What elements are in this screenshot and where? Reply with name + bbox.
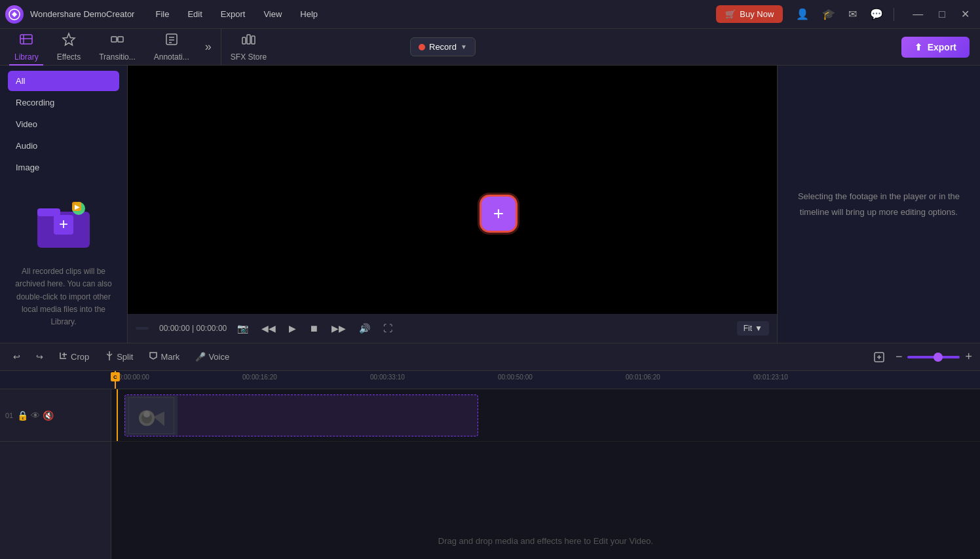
zoom-out-button[interactable]: − <box>895 350 903 364</box>
fit-label: Fit <box>744 324 752 333</box>
tab-library[interactable]: Library <box>5 28 48 66</box>
track-number: 01 <box>5 412 13 419</box>
maximize-button[interactable]: □ <box>933 5 951 23</box>
divider <box>894 8 894 21</box>
close-button[interactable]: ✕ <box>956 5 975 23</box>
next-frame-button[interactable]: ▶▶ <box>329 320 349 336</box>
ruler-mark-1: 00:00:16:20 <box>242 374 277 381</box>
export-button[interactable]: ⬆ Export <box>901 37 970 58</box>
svg-rect-13 <box>247 35 250 44</box>
timeline-tracks: 01 🔒 👁 🔇 <box>0 389 980 559</box>
panel-tabs: Library Effects Transitio... Annotati... <box>0 29 400 65</box>
tab-sfx-store[interactable]: SFX Store <box>221 28 276 66</box>
undo-button[interactable]: ↩ <box>8 349 26 364</box>
ruler-mark-5: 00:01:23:10 <box>753 374 788 381</box>
transitions-tab-icon <box>110 32 124 50</box>
filter-video[interactable]: Video <box>8 114 119 134</box>
library-empty-state[interactable]: ♪ ▶ + All recorded clips will be archive… <box>0 184 127 343</box>
svg-marker-4 <box>63 33 75 45</box>
filter-audio[interactable]: Audio <box>8 136 119 156</box>
fit-dropdown-icon: ▼ <box>755 324 763 333</box>
playhead-track <box>117 389 118 441</box>
mail-icon-button[interactable]: ✉ <box>843 5 862 23</box>
play-button[interactable]: ▶ <box>286 320 299 336</box>
ruler-mark-3: 00:00:50:00 <box>498 374 533 381</box>
mark-button[interactable]: Mark <box>143 349 185 365</box>
minimize-button[interactable]: — <box>907 5 928 23</box>
cart-icon: 🛒 <box>725 9 736 19</box>
redo-button[interactable]: ↪ <box>31 349 48 364</box>
track-row-01 <box>111 389 980 442</box>
ruler-mark-2: 00:00:33:10 <box>370 374 405 381</box>
split-icon <box>105 351 114 362</box>
add-media-button[interactable]: + <box>481 197 516 231</box>
svg-text:+: + <box>59 215 68 233</box>
export-label: Export <box>928 42 956 52</box>
track-lock-button[interactable]: 🔒 <box>17 410 28 421</box>
zoom-in-button[interactable]: + <box>965 350 972 364</box>
tab-effects[interactable]: Effects <box>48 28 90 66</box>
tab-annotations[interactable]: Annotati... <box>145 28 198 66</box>
track-visibility-button[interactable]: 👁 <box>31 410 40 421</box>
window-controls: — □ ✕ <box>907 5 975 23</box>
effects-tab-icon <box>62 32 76 50</box>
left-sidebar: All Recording Video Audio Image ♪ ▶ <box>0 66 128 343</box>
library-tab-label: Library <box>14 52 39 62</box>
screenshot-button[interactable]: 📷 <box>235 320 251 336</box>
svg-rect-14 <box>252 36 255 44</box>
support-icon-button[interactable]: 💬 <box>865 5 888 23</box>
account-icon-button[interactable]: 👤 <box>791 5 814 23</box>
undo-icon: ↩ <box>13 352 20 362</box>
fullscreen-button[interactable]: ⛶ <box>381 320 395 336</box>
mark-label: Mark <box>160 352 179 362</box>
menubar: Wondershare DemoCreator File Edit Export… <box>0 0 980 29</box>
voice-button[interactable]: 🎤 Voice <box>190 349 235 364</box>
timeline-zoom-controls: − + <box>868 349 972 366</box>
menu-view[interactable]: View <box>255 7 290 22</box>
crop-button[interactable]: Crop <box>54 349 94 365</box>
track-content: Drag and drop media and effects here to … <box>111 389 980 559</box>
menu-file[interactable]: File <box>147 7 177 22</box>
learn-icon-button[interactable]: 🎓 <box>817 5 840 23</box>
sidebar-filters: All Recording Video Audio Image <box>0 66 127 184</box>
voice-icon: 🎤 <box>195 352 206 362</box>
track-mute-button[interactable]: 🔇 <box>43 410 54 421</box>
prev-frame-button[interactable]: ◀◀ <box>259 320 278 336</box>
voice-label: Voice <box>208 352 229 362</box>
svg-point-33 <box>143 411 150 417</box>
video-clip[interactable] <box>124 395 478 436</box>
zoom-slider[interactable] <box>907 356 960 358</box>
track-control-icons: 🔒 👁 🔇 <box>17 410 54 421</box>
mark-icon <box>149 351 158 362</box>
record-button[interactable]: Record ▼ <box>410 37 476 56</box>
menu-help[interactable]: Help <box>292 7 326 22</box>
fit-timeline-button[interactable] <box>868 349 890 366</box>
filter-recording[interactable]: Recording <box>8 92 119 113</box>
volume-button[interactable]: 🔊 <box>356 320 373 336</box>
track-label-01: 01 🔒 👁 🔇 <box>0 389 111 442</box>
filter-image[interactable]: Image <box>8 157 119 178</box>
fit-button[interactable]: Fit ▼ <box>737 321 769 336</box>
svg-rect-12 <box>242 37 246 44</box>
header-icons: 👤 🎓 ✉ 💬 <box>791 5 888 23</box>
track-labels: 01 🔒 👁 🔇 <box>0 389 111 559</box>
split-label: Split <box>117 352 133 362</box>
preview-controls: 00:00:00 | 00:00:00 📷 ◀◀ ▶ ⏹ ▶▶ 🔊 ⛶ Fit … <box>128 314 777 343</box>
tab-transitions[interactable]: Transitio... <box>90 28 145 66</box>
stop-button[interactable]: ⏹ <box>307 320 321 336</box>
app-logo <box>5 5 24 24</box>
buy-now-button[interactable]: 🛒 Buy Now <box>716 5 783 23</box>
menu-edit[interactable]: Edit <box>179 7 210 22</box>
record-label: Record <box>429 42 457 52</box>
library-tab-icon <box>19 32 33 50</box>
plus-overlay: + <box>481 197 516 231</box>
crop-icon <box>59 351 68 362</box>
playhead-head: C <box>111 372 120 381</box>
tab-more-button[interactable]: » <box>198 36 218 58</box>
filter-all[interactable]: All <box>8 71 119 91</box>
crop-label: Crop <box>71 352 89 362</box>
timeline-toolbar: ↩ ↪ Crop Split Mark <box>0 343 980 371</box>
library-folder-icon: ♪ ▶ + <box>34 199 93 255</box>
menu-export[interactable]: Export <box>213 7 254 22</box>
split-button[interactable]: Split <box>100 349 138 365</box>
